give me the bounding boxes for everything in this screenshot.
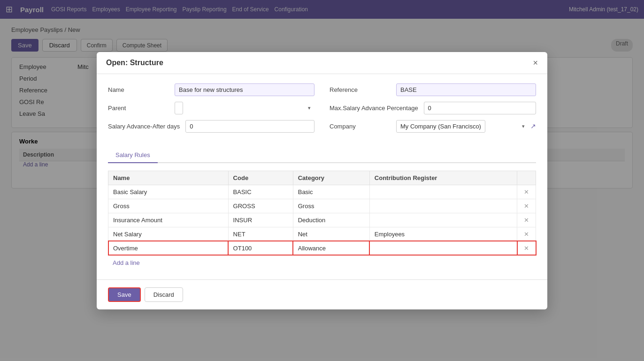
row-contribution — [369, 241, 517, 255]
parent-select-wrapper — [175, 102, 314, 114]
tab-salary-rules[interactable]: Salary Rules — [108, 148, 158, 163]
row-category: Gross — [293, 199, 369, 213]
row-code: NET — [228, 227, 293, 241]
row-code: INSUR — [228, 213, 293, 227]
table-row: Net Salary NET Net Employees ✕ — [108, 227, 536, 241]
table-row: Overtime OT100 Allowance ✕ — [108, 241, 536, 255]
col-actions-header — [517, 171, 536, 185]
row-category: Allowance — [293, 241, 369, 255]
row-category: Deduction — [293, 213, 369, 227]
row-category: Net — [293, 227, 369, 241]
name-input[interactable] — [175, 83, 314, 96]
modal-save-button[interactable]: Save — [108, 287, 141, 302]
modal-header: Open: Structure × — [97, 52, 547, 74]
max-salary-label: Max.Salary Advance Percentage — [330, 102, 418, 112]
table-row: Gross GROSS Gross ✕ — [108, 199, 536, 213]
delete-row-button[interactable]: ✕ — [522, 231, 531, 238]
row-contribution — [369, 185, 517, 199]
row-contribution — [369, 199, 517, 213]
left-fields: Name Parent Salary Adv — [108, 83, 314, 138]
delete-row-button[interactable]: ✕ — [522, 217, 531, 224]
modal-footer: Save Discard — [97, 279, 547, 309]
row-name: Gross — [108, 199, 229, 213]
row-code: OT100 — [228, 241, 293, 255]
row-delete[interactable]: ✕ — [517, 213, 536, 227]
parent-select[interactable] — [175, 102, 183, 114]
row-delete[interactable]: ✕ — [517, 199, 536, 213]
modal-title: Open: Structure — [106, 59, 163, 67]
col-category-header: Category — [293, 171, 369, 185]
salary-rules-table: Name Code Category Contribution Register… — [108, 171, 536, 256]
col-contribution-header: Contribution Register — [369, 171, 517, 185]
delete-row-button[interactable]: ✕ — [522, 188, 531, 196]
parent-label: Parent — [108, 102, 169, 112]
max-salary-input[interactable] — [424, 102, 536, 114]
row-name: Net Salary — [108, 227, 229, 241]
row-code: BASIC — [228, 185, 293, 199]
row-name: Overtime — [108, 241, 229, 255]
salary-advance-input[interactable] — [185, 120, 314, 133]
row-delete[interactable]: ✕ — [517, 227, 536, 241]
tab-bar: Salary Rules — [108, 148, 536, 163]
delete-row-button[interactable]: ✕ — [522, 245, 531, 252]
row-name: Basic Salary — [108, 185, 229, 199]
row-category: Basic — [293, 185, 369, 199]
salary-advance-label: Salary Advance-After days — [108, 120, 180, 130]
name-field-row: Name — [108, 83, 314, 96]
reference-input[interactable] — [396, 83, 536, 96]
row-delete[interactable]: ✕ — [517, 241, 536, 255]
modal-discard-button[interactable]: Discard — [145, 287, 183, 302]
reference-label: Reference — [330, 83, 391, 93]
add-line-link[interactable]: Add a line — [108, 256, 145, 270]
salary-advance-field-row: Salary Advance-After days — [108, 120, 314, 133]
company-field-row: Company My Company (San Francisco) ↗ — [330, 120, 536, 133]
field-grid: Name Parent Salary Adv — [108, 83, 536, 138]
row-contribution — [369, 213, 517, 227]
company-select[interactable]: My Company (San Francisco) — [396, 120, 485, 133]
modal-close-button[interactable]: × — [533, 59, 538, 67]
row-code: GROSS — [228, 199, 293, 213]
table-row: Insurance Amount INSUR Deduction ✕ — [108, 213, 536, 227]
max-salary-field-row: Max.Salary Advance Percentage — [330, 102, 536, 114]
row-delete[interactable]: ✕ — [517, 185, 536, 199]
row-contribution: Employees — [369, 227, 517, 241]
col-name-header: Name — [108, 171, 229, 185]
name-label: Name — [108, 83, 169, 93]
modal-overlay: Open: Structure × Name Parent — [0, 0, 644, 361]
modal-body: Name Parent Salary Adv — [97, 74, 547, 279]
col-code-header: Code — [228, 171, 293, 185]
add-line-container: Add a line — [108, 256, 536, 270]
company-select-wrapper: My Company (San Francisco) — [396, 120, 529, 133]
parent-field-row: Parent — [108, 102, 314, 114]
table-row: Basic Salary BASIC Basic ✕ — [108, 185, 536, 199]
company-external-link-button[interactable]: ↗ — [530, 122, 536, 130]
row-name: Insurance Amount — [108, 213, 229, 227]
company-field-wrapper: My Company (San Francisco) ↗ — [396, 120, 536, 133]
delete-row-button[interactable]: ✕ — [522, 203, 531, 210]
right-fields: Reference Max.Salary Advance Percentage … — [330, 83, 536, 138]
reference-field-row: Reference — [330, 83, 536, 96]
structure-modal: Open: Structure × Name Parent — [97, 52, 547, 309]
company-label: Company — [330, 120, 391, 130]
